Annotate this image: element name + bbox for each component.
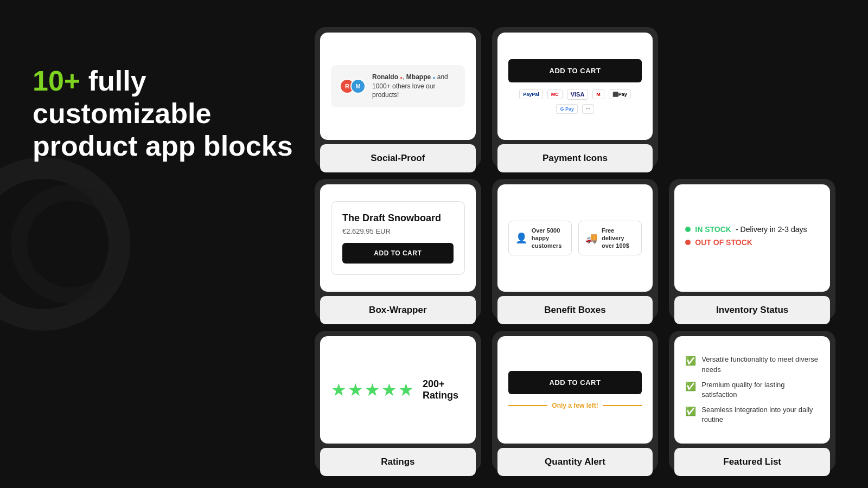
card-payment-icons: ADD TO CART PayPal MC VISA M ⬛Pay G Pay … (492, 27, 659, 168)
hero-title: 10+ fully customizableproduct app blocks (33, 65, 304, 162)
product-price: €2.629,95 EUR (342, 227, 454, 235)
feature-text-3: Seamless integration into your daily rou… (701, 405, 819, 425)
card-featured-list: ✅ Versatile functionality to meet divers… (669, 331, 835, 472)
social-proof-content: R M Ronaldo ●, Mbappe ● and 1000+ others… (331, 65, 465, 107)
benefit-box-delivery: 🚚 Free delivery over 100$ (578, 221, 642, 256)
bg-decoration-circle-inner (11, 184, 130, 304)
customers-icon: 👤 (515, 232, 527, 244)
card-inner-featured: ✅ Versatile functionality to meet divers… (674, 336, 830, 444)
feature-item-2: ✅ Premium quality for lasting satisfacti… (685, 380, 819, 400)
add-to-cart-button[interactable]: ADD TO CART (508, 59, 642, 82)
mastercard-icon: MC (547, 89, 563, 99)
card-inner-social-proof: R M Ronaldo ●, Mbappe ● and 1000+ others… (320, 33, 476, 140)
product-add-cart-button[interactable]: ADD TO CART (342, 243, 454, 264)
out-stock-dot (685, 240, 691, 245)
feature-text-1: Versatile functionality to meet diverse … (701, 355, 819, 374)
card-label-featured-list: Featured List (674, 448, 830, 476)
check-icon-1: ✅ (685, 355, 696, 367)
benefit-box-customers: 👤 Over 5000 happy customers (508, 221, 572, 256)
benefit-boxes-content: 👤 Over 5000 happy customers 🚚 Free deliv… (508, 221, 642, 256)
avatar-mbappe: M (350, 79, 366, 94)
feature-item-1: ✅ Versatile functionality to meet divers… (685, 355, 819, 374)
apple-pay-icon: ⬛Pay (609, 89, 631, 99)
box-wrapper-content: The Draft Snowboard €2.629,95 EUR ADD TO… (331, 201, 465, 275)
feature-text-2: Premium quality for lasting satisfaction (701, 380, 819, 400)
in-stock-dot (685, 227, 691, 232)
social-proof-text: Ronaldo ●, Mbappe ● and 1000+ others lov… (372, 73, 456, 100)
hero-accent: 10+ (33, 65, 80, 97)
out-stock-label: OUT OF STOCK (695, 238, 752, 247)
card-label-benefit-boxes: Benefit Boxes (497, 296, 653, 324)
card-label-inventory: Inventory Status (674, 296, 830, 324)
feature-item-3: ✅ Seamless integration into your daily r… (685, 405, 819, 425)
card-inner-ratings: ★★★★★ 200+ Ratings (320, 336, 476, 444)
ratings-count: 200+ Ratings (423, 378, 465, 401)
in-stock-row: IN STOCK - Delivery in 2-3 days (685, 225, 819, 234)
card-box-wrapper: The Draft Snowboard €2.629,95 EUR ADD TO… (315, 179, 481, 320)
card-inner-payment: ADD TO CART PayPal MC VISA M ⬛Pay G Pay … (497, 33, 653, 140)
visa-icon: VISA (567, 89, 589, 100)
cards-grid: R M Ronaldo ●, Mbappe ● and 1000+ others… (315, 16, 835, 483)
featured-list-content: ✅ Versatile functionality to meet divers… (685, 355, 819, 425)
qty-line-right (603, 405, 642, 406)
benefit-customers-text: Over 5000 happy customers (532, 227, 565, 250)
ratings-content: ★★★★★ 200+ Ratings (331, 378, 465, 401)
google-pay-icon: G Pay (556, 104, 578, 114)
check-icon-2: ✅ (685, 381, 696, 393)
inventory-content: IN STOCK - Delivery in 2-3 days OUT OF S… (685, 225, 819, 251)
card-label-payment: Payment Icons (497, 144, 653, 172)
hero-section: 10+ fully customizableproduct app blocks (33, 65, 304, 162)
qty-add-to-cart-button[interactable]: ADD TO CART (508, 371, 642, 394)
qty-alert-text: Only a few left! (552, 402, 598, 409)
card-label-box-wrapper: Box-Wrapper (320, 296, 476, 324)
more-payments-icon: ··· (582, 104, 594, 114)
in-stock-label: IN STOCK (695, 225, 731, 234)
product-box: The Draft Snowboard €2.629,95 EUR ADD TO… (331, 201, 465, 275)
paypal-icon: PayPal (519, 89, 543, 99)
star-rating: ★★★★★ (331, 380, 415, 400)
card-label-social-proof: Social-Proof (320, 144, 476, 172)
card-inventory-status: IN STOCK - Delivery in 2-3 days OUT OF S… (669, 179, 835, 320)
benefit-delivery-text: Free delivery over 100$ (602, 227, 635, 250)
quantity-alert-content: ADD TO CART Only a few left! (508, 371, 642, 409)
card-label-quantity-alert: Quantity Alert (497, 448, 653, 476)
card-ratings: ★★★★★ 200+ Ratings Ratings (315, 331, 481, 472)
card-inner-benefits: 👤 Over 5000 happy customers 🚚 Free deliv… (497, 184, 653, 292)
maestro-icon: M (592, 89, 604, 99)
qty-line-left (508, 405, 548, 406)
delivery-icon: 🚚 (585, 232, 597, 244)
card-social-proof: R M Ronaldo ●, Mbappe ● and 1000+ others… (315, 27, 481, 168)
avatar-group: R M (340, 79, 366, 94)
out-of-stock-row: OUT OF STOCK (685, 238, 819, 247)
check-icon-3: ✅ (685, 406, 696, 418)
payment-content: ADD TO CART PayPal MC VISA M ⬛Pay G Pay … (508, 59, 642, 114)
quantity-alert-row: Only a few left! (508, 402, 642, 409)
card-label-ratings: Ratings (320, 448, 476, 476)
card-quantity-alert: ADD TO CART Only a few left! Quantity Al… (492, 331, 659, 472)
card-benefit-boxes: 👤 Over 5000 happy customers 🚚 Free deliv… (492, 179, 659, 320)
payment-icons-row: PayPal MC VISA M ⬛Pay G Pay ··· (508, 89, 642, 114)
card-inner-quantity: ADD TO CART Only a few left! (497, 336, 653, 444)
card-inner-box-wrapper: The Draft Snowboard €2.629,95 EUR ADD TO… (320, 184, 476, 292)
card-inner-inventory: IN STOCK - Delivery in 2-3 days OUT OF S… (674, 184, 830, 292)
delivery-text: - Delivery in 2-3 days (736, 225, 807, 234)
product-title: The Draft Snowboard (342, 213, 454, 224)
